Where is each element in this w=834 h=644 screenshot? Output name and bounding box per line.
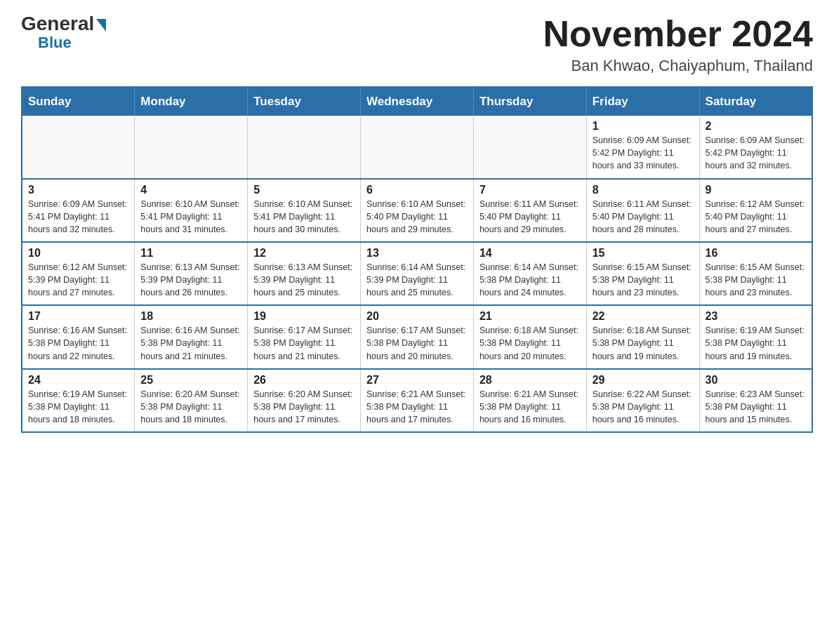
calendar-cell: 7Sunrise: 6:11 AM Sunset: 5:40 PM Daylig… (473, 179, 586, 242)
calendar-cell: 26Sunrise: 6:20 AM Sunset: 5:38 PM Dayli… (248, 369, 361, 432)
day-number: 19 (253, 310, 355, 323)
day-info: Sunrise: 6:09 AM Sunset: 5:41 PM Dayligh… (28, 198, 128, 236)
calendar-cell: 9Sunrise: 6:12 AM Sunset: 5:40 PM Daylig… (699, 179, 812, 242)
day-info: Sunrise: 6:21 AM Sunset: 5:38 PM Dayligh… (479, 388, 581, 426)
calendar-header-sunday: Sunday (22, 87, 135, 116)
day-info: Sunrise: 6:15 AM Sunset: 5:38 PM Dayligh… (706, 261, 806, 299)
day-info: Sunrise: 6:12 AM Sunset: 5:39 PM Dayligh… (28, 261, 128, 299)
calendar-cell: 15Sunrise: 6:15 AM Sunset: 5:38 PM Dayli… (586, 242, 699, 305)
day-number: 16 (706, 247, 806, 260)
day-info: Sunrise: 6:16 AM Sunset: 5:38 PM Dayligh… (140, 324, 241, 362)
day-info: Sunrise: 6:22 AM Sunset: 5:38 PM Dayligh… (593, 388, 694, 426)
day-info: Sunrise: 6:13 AM Sunset: 5:39 PM Dayligh… (140, 261, 241, 299)
day-info: Sunrise: 6:20 AM Sunset: 5:38 PM Dayligh… (253, 388, 355, 426)
day-number: 27 (366, 374, 468, 387)
calendar-header-saturday: Saturday (699, 87, 812, 116)
calendar-cell: 21Sunrise: 6:18 AM Sunset: 5:38 PM Dayli… (473, 305, 586, 368)
month-title: November 2024 (543, 14, 813, 54)
calendar-cell: 19Sunrise: 6:17 AM Sunset: 5:38 PM Dayli… (248, 305, 361, 368)
calendar-cell: 23Sunrise: 6:19 AM Sunset: 5:38 PM Dayli… (699, 305, 812, 368)
calendar-header-friday: Friday (586, 87, 699, 116)
day-number: 23 (706, 310, 806, 323)
day-info: Sunrise: 6:12 AM Sunset: 5:40 PM Dayligh… (706, 198, 806, 236)
location-title: Ban Khwao, Chaiyaphum, Thailand (543, 57, 813, 75)
calendar-cell (361, 116, 474, 178)
day-info: Sunrise: 6:17 AM Sunset: 5:38 PM Dayligh… (253, 324, 355, 362)
day-number: 7 (479, 184, 581, 196)
day-number: 18 (140, 310, 241, 323)
day-info: Sunrise: 6:09 AM Sunset: 5:42 PM Dayligh… (706, 134, 806, 172)
calendar-cell: 24Sunrise: 6:19 AM Sunset: 5:38 PM Dayli… (22, 369, 135, 432)
title-area: November 2024 Ban Khwao, Chaiyaphum, Tha… (543, 14, 813, 75)
day-info: Sunrise: 6:19 AM Sunset: 5:38 PM Dayligh… (706, 324, 806, 362)
calendar-cell: 1Sunrise: 6:09 AM Sunset: 5:42 PM Daylig… (586, 116, 699, 178)
day-number: 3 (28, 184, 128, 196)
day-number: 25 (140, 374, 241, 387)
day-info: Sunrise: 6:20 AM Sunset: 5:38 PM Dayligh… (140, 388, 241, 426)
calendar-cell: 18Sunrise: 6:16 AM Sunset: 5:38 PM Dayli… (135, 305, 248, 368)
calendar-cell: 5Sunrise: 6:10 AM Sunset: 5:41 PM Daylig… (248, 179, 361, 242)
day-info: Sunrise: 6:10 AM Sunset: 5:40 PM Dayligh… (366, 198, 468, 236)
calendar-cell: 30Sunrise: 6:23 AM Sunset: 5:38 PM Dayli… (699, 369, 812, 432)
calendar-header-tuesday: Tuesday (248, 87, 361, 116)
day-info: Sunrise: 6:19 AM Sunset: 5:38 PM Dayligh… (28, 388, 128, 426)
day-number: 5 (253, 184, 355, 196)
day-number: 8 (593, 184, 694, 196)
day-number: 6 (366, 184, 468, 196)
day-info: Sunrise: 6:10 AM Sunset: 5:41 PM Dayligh… (140, 198, 241, 236)
day-number: 13 (366, 247, 468, 260)
calendar-table: SundayMondayTuesdayWednesdayThursdayFrid… (21, 86, 813, 433)
calendar-cell: 13Sunrise: 6:14 AM Sunset: 5:39 PM Dayli… (361, 242, 474, 305)
calendar-cell: 29Sunrise: 6:22 AM Sunset: 5:38 PM Dayli… (586, 369, 699, 432)
day-number: 21 (479, 310, 581, 323)
calendar-cell (135, 116, 248, 178)
day-number: 29 (593, 374, 694, 387)
calendar-cell (22, 116, 135, 178)
calendar-week-row: 17Sunrise: 6:16 AM Sunset: 5:38 PM Dayli… (22, 305, 812, 368)
calendar-header-thursday: Thursday (473, 87, 586, 116)
calendar-cell: 8Sunrise: 6:11 AM Sunset: 5:40 PM Daylig… (586, 179, 699, 242)
day-info: Sunrise: 6:15 AM Sunset: 5:38 PM Dayligh… (593, 261, 694, 299)
header: General Blue November 2024 Ban Khwao, Ch… (21, 14, 813, 75)
calendar-cell (248, 116, 361, 178)
calendar-cell: 20Sunrise: 6:17 AM Sunset: 5:38 PM Dayli… (361, 305, 474, 368)
calendar-cell: 12Sunrise: 6:13 AM Sunset: 5:39 PM Dayli… (248, 242, 361, 305)
day-number: 1 (593, 120, 694, 133)
calendar-cell: 16Sunrise: 6:15 AM Sunset: 5:38 PM Dayli… (699, 242, 812, 305)
day-number: 30 (706, 374, 806, 387)
day-info: Sunrise: 6:14 AM Sunset: 5:38 PM Dayligh… (479, 261, 581, 299)
calendar-cell: 28Sunrise: 6:21 AM Sunset: 5:38 PM Dayli… (473, 369, 586, 432)
day-number: 4 (140, 184, 241, 196)
day-info: Sunrise: 6:16 AM Sunset: 5:38 PM Dayligh… (28, 324, 128, 362)
calendar-header-wednesday: Wednesday (361, 87, 474, 116)
day-info: Sunrise: 6:18 AM Sunset: 5:38 PM Dayligh… (593, 324, 694, 362)
calendar-cell: 2Sunrise: 6:09 AM Sunset: 5:42 PM Daylig… (699, 116, 812, 178)
day-number: 15 (593, 247, 694, 260)
day-number: 24 (28, 374, 128, 387)
calendar-cell: 27Sunrise: 6:21 AM Sunset: 5:38 PM Dayli… (361, 369, 474, 432)
calendar-cell: 22Sunrise: 6:18 AM Sunset: 5:38 PM Dayli… (586, 305, 699, 368)
day-info: Sunrise: 6:11 AM Sunset: 5:40 PM Dayligh… (479, 198, 581, 236)
calendar-cell (473, 116, 586, 178)
day-number: 2 (706, 120, 806, 133)
calendar-cell: 3Sunrise: 6:09 AM Sunset: 5:41 PM Daylig… (22, 179, 135, 242)
day-info: Sunrise: 6:18 AM Sunset: 5:38 PM Dayligh… (479, 324, 581, 362)
calendar-cell: 17Sunrise: 6:16 AM Sunset: 5:38 PM Dayli… (22, 305, 135, 368)
calendar-cell: 10Sunrise: 6:12 AM Sunset: 5:39 PM Dayli… (22, 242, 135, 305)
day-number: 12 (253, 247, 355, 260)
day-info: Sunrise: 6:10 AM Sunset: 5:41 PM Dayligh… (253, 198, 355, 236)
calendar-header-monday: Monday (135, 87, 248, 116)
calendar-header-row: SundayMondayTuesdayWednesdayThursdayFrid… (22, 87, 812, 116)
calendar-cell: 25Sunrise: 6:20 AM Sunset: 5:38 PM Dayli… (135, 369, 248, 432)
day-number: 20 (366, 310, 468, 323)
day-number: 10 (28, 247, 128, 260)
calendar-cell: 11Sunrise: 6:13 AM Sunset: 5:39 PM Dayli… (135, 242, 248, 305)
logo-triangle-icon (96, 19, 106, 32)
day-info: Sunrise: 6:21 AM Sunset: 5:38 PM Dayligh… (366, 388, 468, 426)
day-info: Sunrise: 6:09 AM Sunset: 5:42 PM Dayligh… (593, 134, 694, 172)
calendar-week-row: 1Sunrise: 6:09 AM Sunset: 5:42 PM Daylig… (22, 116, 812, 178)
day-info: Sunrise: 6:11 AM Sunset: 5:40 PM Dayligh… (593, 198, 694, 236)
day-number: 14 (479, 247, 581, 260)
day-info: Sunrise: 6:13 AM Sunset: 5:39 PM Dayligh… (253, 261, 355, 299)
calendar-cell: 4Sunrise: 6:10 AM Sunset: 5:41 PM Daylig… (135, 179, 248, 242)
